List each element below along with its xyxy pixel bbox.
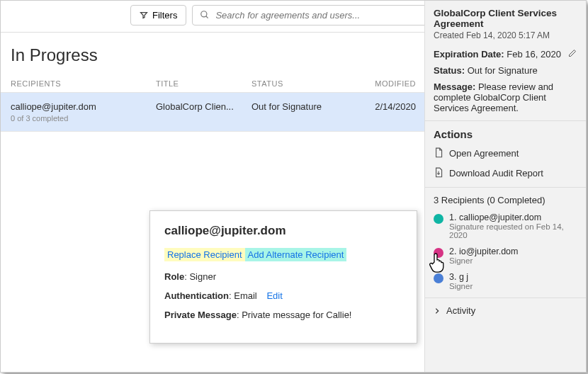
expiration-label: Expiration Date: (434, 49, 504, 60)
role-label: Role (164, 271, 184, 282)
download-audit-label: Download Audit Report (449, 168, 543, 178)
recipient-item[interactable]: 3. g j Signer (434, 272, 577, 290)
status-label: Status: (434, 65, 465, 76)
search-icon (200, 10, 210, 20)
details-panel: GlobalCorp Client Services Agreement Cre… (424, 1, 586, 372)
filter-icon (140, 11, 148, 19)
recipients-count: 3 Recipients (0 Completed) (434, 195, 577, 205)
chevron-right-icon (434, 307, 441, 314)
expiration-value: Feb 16, 2020 (507, 49, 561, 60)
svg-point-0 (201, 11, 207, 17)
download-audit-action[interactable]: Download Audit Report (434, 167, 577, 178)
role-value: Signer (189, 271, 216, 282)
message-label: Message: (434, 81, 475, 92)
private-msg-label: Private Message (164, 310, 237, 320)
recipient-item[interactable]: 1. calliope@jupiter.dom Signature reques… (434, 212, 577, 239)
page-title: In Progress (1, 33, 426, 75)
recipient-dot-icon (434, 273, 443, 283)
col-status: STATUS (251, 79, 365, 88)
row-status: Out for Signature (251, 101, 365, 112)
auth-value: Email (234, 290, 257, 301)
status-value: Out for Signature (468, 65, 538, 76)
private-msg-value: Private message for Callie! (242, 310, 351, 320)
add-alternate-recipient-link[interactable]: Add Alternate Recipient (245, 248, 347, 261)
edit-auth-link[interactable]: Edit (266, 290, 282, 301)
popup-heading: calliope@jupiter.dom (164, 224, 402, 238)
recipient-label: 1. calliope@jupiter.dom (449, 212, 577, 222)
table-row[interactable]: calliope@jupiter.dom 0 of 3 completed Gl… (1, 92, 426, 132)
col-recipients: RECIPIENTS (11, 79, 156, 88)
agreement-title: GlobalCorp Client Services Agreement (434, 8, 577, 29)
recipient-dot-icon (434, 214, 443, 224)
activity-label: Activity (446, 305, 475, 316)
row-modified: 2/14/2020 (365, 101, 416, 112)
open-agreement-label: Open Agreement (449, 148, 519, 159)
col-modified: MODIFIED (365, 79, 416, 88)
recipient-label: 2. io@jupiter.dom (449, 246, 518, 256)
document-icon (434, 147, 443, 159)
recipient-sub: Signer (449, 282, 473, 290)
auth-label: Authentication (164, 290, 229, 301)
recipient-dot-icon (434, 248, 443, 258)
recipient-popup: calliope@jupiter.dom Replace Recipient A… (149, 210, 417, 344)
replace-recipient-link[interactable]: Replace Recipient (164, 248, 245, 261)
row-recipient-email: calliope@jupiter.dom (11, 101, 156, 112)
filters-button[interactable]: Filters (130, 5, 186, 26)
filters-label: Filters (152, 10, 177, 21)
recipient-item[interactable]: 2. io@jupiter.dom Signer (434, 246, 577, 265)
open-agreement-action[interactable]: Open Agreement (434, 147, 577, 159)
svg-line-1 (206, 16, 208, 18)
actions-heading: Actions (434, 128, 577, 140)
row-progress: 0 of 3 completed (11, 114, 156, 123)
pencil-icon[interactable] (568, 49, 577, 57)
recipient-label: 3. g j (449, 272, 473, 282)
table-header: RECIPIENTS TITLE STATUS MODIFIED (1, 75, 426, 92)
recipient-sub: Signer (449, 256, 518, 265)
agreement-created: Created Feb 14, 2020 5:17 AM (434, 30, 577, 40)
recipient-sub: Signature requested on Feb 14, 2020 (449, 222, 577, 239)
activity-toggle[interactable]: Activity (434, 305, 577, 316)
row-title: GlobalCorp Clien... (156, 101, 251, 112)
col-title: TITLE (156, 79, 251, 88)
download-icon (434, 167, 443, 178)
